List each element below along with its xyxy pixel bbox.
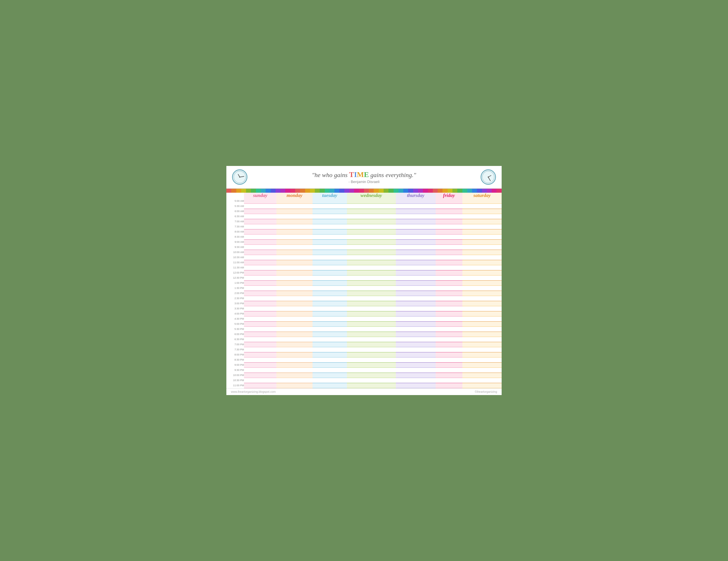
fri-cell[interactable] xyxy=(436,219,463,224)
wed-cell[interactable] xyxy=(347,198,396,203)
mon-cell[interactable] xyxy=(276,327,313,332)
wed-cell[interactable] xyxy=(347,352,396,357)
fri-cell[interactable] xyxy=(436,255,463,260)
thu-cell[interactable] xyxy=(396,332,436,337)
mon-cell[interactable] xyxy=(276,306,313,311)
sun-cell[interactable] xyxy=(244,357,276,362)
mon-cell[interactable] xyxy=(276,347,313,352)
thu-cell[interactable] xyxy=(396,301,436,306)
fri-cell[interactable] xyxy=(436,275,463,280)
tue-cell[interactable] xyxy=(313,198,347,203)
fri-cell[interactable] xyxy=(436,234,463,239)
tue-cell[interactable] xyxy=(313,342,347,347)
sat-cell[interactable] xyxy=(462,357,502,362)
wed-cell[interactable] xyxy=(347,291,396,296)
sun-cell[interactable] xyxy=(244,316,276,321)
thu-cell[interactable] xyxy=(396,378,436,383)
sat-cell[interactable] xyxy=(462,239,502,244)
tue-cell[interactable] xyxy=(313,209,347,214)
sun-cell[interactable] xyxy=(244,311,276,316)
sun-cell[interactable] xyxy=(244,198,276,203)
sat-cell[interactable] xyxy=(462,378,502,383)
sat-cell[interactable] xyxy=(462,301,502,306)
thu-cell[interactable] xyxy=(396,368,436,373)
mon-cell[interactable] xyxy=(276,198,313,203)
wed-cell[interactable] xyxy=(347,265,396,270)
wed-cell[interactable] xyxy=(347,362,396,368)
fri-cell[interactable] xyxy=(436,332,463,337)
fri-cell[interactable] xyxy=(436,352,463,357)
tue-cell[interactable] xyxy=(313,378,347,383)
fri-cell[interactable] xyxy=(436,321,463,327)
sat-cell[interactable] xyxy=(462,249,502,255)
wed-cell[interactable] xyxy=(347,337,396,342)
fri-cell[interactable] xyxy=(436,301,463,306)
thu-cell[interactable] xyxy=(396,229,436,234)
tue-cell[interactable] xyxy=(313,265,347,270)
thu-cell[interactable] xyxy=(396,209,436,214)
mon-cell[interactable] xyxy=(276,316,313,321)
sat-cell[interactable] xyxy=(462,327,502,332)
thu-cell[interactable] xyxy=(396,265,436,270)
fri-cell[interactable] xyxy=(436,203,463,209)
mon-cell[interactable] xyxy=(276,203,313,209)
tue-cell[interactable] xyxy=(313,337,347,342)
mon-cell[interactable] xyxy=(276,291,313,296)
sat-cell[interactable] xyxy=(462,214,502,219)
mon-cell[interactable] xyxy=(276,352,313,357)
sat-cell[interactable] xyxy=(462,265,502,270)
wed-cell[interactable] xyxy=(347,321,396,327)
sun-cell[interactable] xyxy=(244,229,276,234)
mon-cell[interactable] xyxy=(276,229,313,234)
fri-cell[interactable] xyxy=(436,373,463,378)
mon-cell[interactable] xyxy=(276,280,313,286)
sat-cell[interactable] xyxy=(462,244,502,249)
sun-cell[interactable] xyxy=(244,275,276,280)
sat-cell[interactable] xyxy=(462,342,502,347)
tue-cell[interactable] xyxy=(313,244,347,249)
thu-cell[interactable] xyxy=(396,214,436,219)
fri-cell[interactable] xyxy=(436,347,463,352)
mon-cell[interactable] xyxy=(276,214,313,219)
sat-cell[interactable] xyxy=(462,234,502,239)
wed-cell[interactable] xyxy=(347,383,396,388)
fri-cell[interactable] xyxy=(436,249,463,255)
fri-cell[interactable] xyxy=(436,224,463,229)
fri-cell[interactable] xyxy=(436,229,463,234)
sat-cell[interactable] xyxy=(462,332,502,337)
wed-cell[interactable] xyxy=(347,296,396,301)
sat-cell[interactable] xyxy=(462,198,502,203)
wed-cell[interactable] xyxy=(347,311,396,316)
fri-cell[interactable] xyxy=(436,306,463,311)
mon-cell[interactable] xyxy=(276,342,313,347)
sat-cell[interactable] xyxy=(462,229,502,234)
wed-cell[interactable] xyxy=(347,280,396,286)
fri-cell[interactable] xyxy=(436,368,463,373)
thu-cell[interactable] xyxy=(396,352,436,357)
tue-cell[interactable] xyxy=(313,224,347,229)
sat-cell[interactable] xyxy=(462,209,502,214)
fri-cell[interactable] xyxy=(436,327,463,332)
sun-cell[interactable] xyxy=(244,219,276,224)
sun-cell[interactable] xyxy=(244,244,276,249)
wed-cell[interactable] xyxy=(347,249,396,255)
tue-cell[interactable] xyxy=(313,306,347,311)
sat-cell[interactable] xyxy=(462,291,502,296)
thu-cell[interactable] xyxy=(396,321,436,327)
mon-cell[interactable] xyxy=(276,357,313,362)
mon-cell[interactable] xyxy=(276,234,313,239)
sat-cell[interactable] xyxy=(462,373,502,378)
mon-cell[interactable] xyxy=(276,260,313,265)
fri-cell[interactable] xyxy=(436,296,463,301)
wed-cell[interactable] xyxy=(347,368,396,373)
thu-cell[interactable] xyxy=(396,306,436,311)
thu-cell[interactable] xyxy=(396,327,436,332)
wed-cell[interactable] xyxy=(347,203,396,209)
thu-cell[interactable] xyxy=(396,316,436,321)
sat-cell[interactable] xyxy=(462,224,502,229)
tue-cell[interactable] xyxy=(313,347,347,352)
mon-cell[interactable] xyxy=(276,209,313,214)
tue-cell[interactable] xyxy=(313,234,347,239)
mon-cell[interactable] xyxy=(276,311,313,316)
tue-cell[interactable] xyxy=(313,327,347,332)
